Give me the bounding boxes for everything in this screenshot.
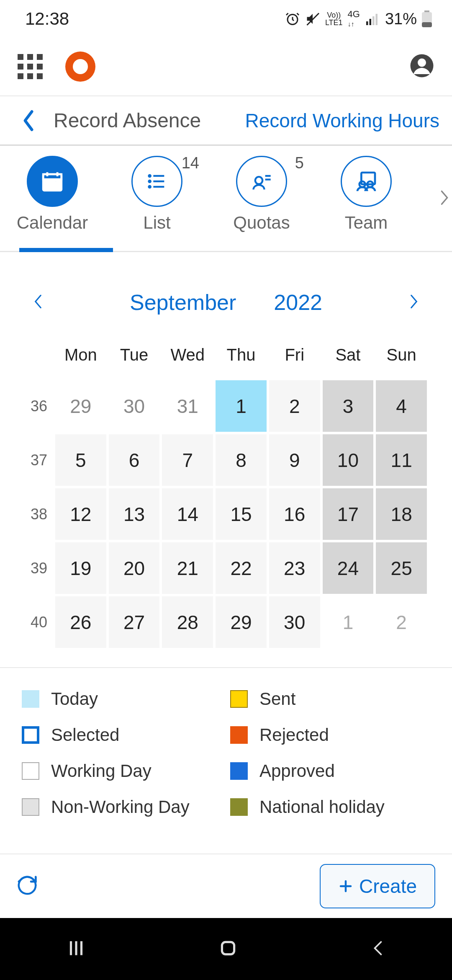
swatch-approved-icon [230, 762, 248, 780]
calendar-day[interactable]: 22 [216, 542, 267, 594]
calendar-day[interactable]: 11 [376, 434, 427, 486]
refresh-icon[interactable] [16, 874, 39, 898]
weekday-label: Tue [109, 346, 160, 364]
legend: Today Sent Selected Rejected Working Day… [0, 667, 452, 851]
calendar-day[interactable]: 10 [323, 434, 374, 486]
legend-approved: Approved [230, 761, 430, 781]
battery-icon [422, 10, 432, 27]
legend-label: Working Day [51, 761, 152, 781]
week-number: 38 [25, 488, 53, 540]
legend-label: Selected [51, 725, 119, 745]
next-month-icon[interactable] [408, 293, 419, 312]
calendar-day[interactable]: 6 [109, 434, 160, 486]
app-logo-icon[interactable] [64, 51, 96, 83]
legend-label: National holiday [259, 797, 385, 817]
calendar-day[interactable]: 5 [55, 434, 106, 486]
calendar-day[interactable]: 29 [216, 596, 267, 648]
swatch-nonworking-icon [22, 798, 39, 816]
calendar-day[interactable]: 15 [216, 488, 267, 540]
calendar-day[interactable]: 16 [269, 488, 320, 540]
tab-label: Calendar [17, 213, 88, 233]
calendar-day[interactable]: 17 [323, 488, 374, 540]
svg-point-22 [149, 181, 151, 182]
android-home-icon[interactable] [218, 938, 239, 960]
create-button[interactable]: Create [320, 864, 435, 908]
calendar-day[interactable]: 12 [55, 488, 106, 540]
svg-point-23 [149, 186, 151, 188]
svg-point-24 [255, 177, 262, 184]
tab-label: Quotas [233, 213, 290, 233]
legend-nonworking: Non-Working Day [22, 797, 222, 817]
back-icon[interactable] [16, 108, 41, 133]
swatch-selected-icon [22, 726, 39, 744]
calendar-day[interactable]: 31 [162, 380, 213, 432]
calendar-day[interactable]: 28 [162, 596, 213, 648]
android-recents-icon[interactable] [66, 938, 87, 960]
calendar-day[interactable]: 8 [216, 434, 267, 486]
calendar-icon: 14 [27, 156, 78, 207]
svg-point-12 [418, 59, 426, 67]
calendar-day[interactable]: 1 [323, 596, 374, 648]
footer-bar: Create [0, 854, 452, 918]
profile-icon[interactable] [409, 53, 434, 80]
week-number: 39 [25, 542, 53, 594]
week-number: 40 [25, 596, 53, 648]
calendar-day[interactable]: 7 [162, 434, 213, 486]
svg-rect-5 [375, 14, 378, 25]
calendar-day[interactable]: 29 [55, 380, 106, 432]
weekday-header-row: Mon Tue Wed Thu Fri Sat Sun [25, 340, 427, 369]
calendar-day[interactable]: 13 [109, 488, 160, 540]
legend-working: Working Day [22, 761, 222, 781]
calendar-day[interactable]: 19 [55, 542, 106, 594]
svg-rect-4 [372, 16, 375, 25]
legend-label: Approved [259, 761, 335, 781]
calendar-day[interactable]: 30 [269, 596, 320, 648]
calendar-day[interactable]: 30 [109, 380, 160, 432]
calendar-day[interactable]: 18 [376, 488, 427, 540]
tab-team[interactable]: Team [314, 156, 419, 233]
calendar-day[interactable]: 27 [109, 596, 160, 648]
svg-rect-3 [369, 19, 371, 25]
calendar-day[interactable]: 24 [323, 542, 374, 594]
weekday-label: Fri [269, 346, 320, 364]
calendar-day[interactable]: 3 [323, 380, 374, 432]
month-label[interactable]: September [130, 290, 236, 315]
calendar-day[interactable]: 20 [109, 542, 160, 594]
swatch-rejected-icon [230, 726, 248, 744]
tabs-scroll-right-icon[interactable] [439, 188, 450, 209]
legend-sent: Sent [230, 689, 430, 709]
tab-list[interactable]: 14 List [105, 156, 209, 233]
signal-icon [365, 11, 380, 26]
calendar-day[interactable]: 14 [162, 488, 213, 540]
calendar-day[interactable]: 4 [376, 380, 427, 432]
android-back-icon[interactable] [370, 938, 386, 960]
tab-quotas[interactable]: 5 Quotas [209, 156, 314, 233]
calendar-day[interactable]: 1 [216, 380, 267, 432]
tab-label: List [143, 213, 170, 233]
tab-calendar[interactable]: 14 Calendar [0, 156, 105, 233]
calendar-week-row: 37567891011 [25, 434, 427, 486]
weekday-label: Sun [376, 346, 427, 364]
tabs: 14 Calendar 14 List 5 Quotas Team [0, 146, 452, 252]
tab-list-badge: 14 [182, 154, 199, 172]
calendar-day[interactable]: 25 [376, 542, 427, 594]
alarm-icon [285, 11, 300, 26]
volte-icon: Vo))LTE1 [325, 11, 343, 26]
calendar-day[interactable]: 21 [162, 542, 213, 594]
calendar-day[interactable]: 2 [376, 596, 427, 648]
week-number: 37 [25, 434, 53, 486]
calendar-day[interactable]: 2 [269, 380, 320, 432]
apps-grid-icon[interactable] [18, 54, 43, 79]
svg-rect-8 [422, 22, 432, 27]
year-label[interactable]: 2022 [274, 290, 322, 315]
calendar-day[interactable]: 26 [55, 596, 106, 648]
tab-indicator [19, 248, 113, 252]
record-working-hours-link[interactable]: Record Working Hours [245, 109, 439, 132]
prev-month-icon[interactable] [33, 293, 44, 312]
svg-point-10 [73, 59, 88, 74]
page-header: Record Absence Record Working Hours [0, 96, 452, 146]
svg-rect-6 [424, 10, 429, 12]
calendar-day[interactable]: 23 [269, 542, 320, 594]
page-title: Record Absence [54, 109, 201, 132]
calendar-day[interactable]: 9 [269, 434, 320, 486]
